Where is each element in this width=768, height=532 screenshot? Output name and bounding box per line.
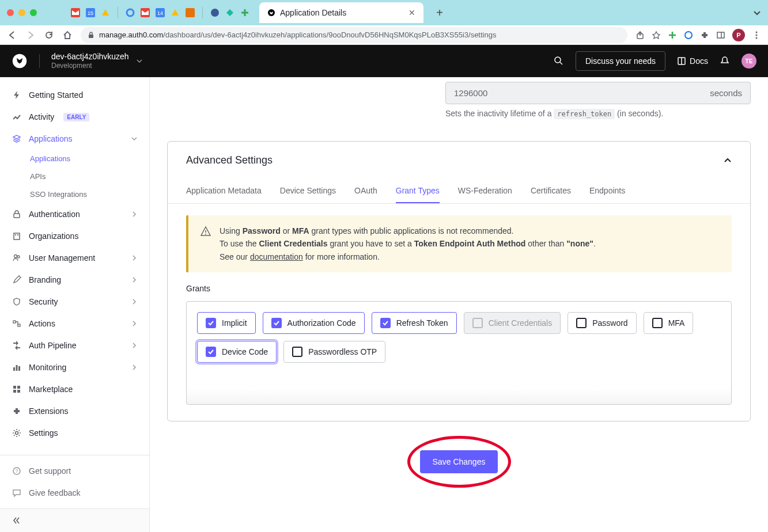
share-icon[interactable] (635, 31, 645, 40)
tabs-dropdown-icon[interactable] (753, 9, 761, 17)
save-changes-button[interactable]: Save Changes (420, 450, 498, 473)
svg-rect-39 (13, 390, 16, 393)
tab-oauth[interactable]: OAuth (354, 179, 377, 203)
chevron-down-icon (131, 135, 138, 142)
pinned-tab-drive[interactable] (100, 7, 111, 18)
sidebar-subitem-applications[interactable]: Applications (0, 150, 149, 168)
browser-tab-active[interactable]: Application Details ✕ (259, 2, 423, 23)
documentation-link[interactable]: documentation (250, 252, 303, 261)
tab-device-settings[interactable]: Device Settings (280, 179, 336, 203)
maximize-window[interactable] (30, 9, 37, 16)
pipeline-icon (12, 340, 22, 351)
grant-device-code[interactable]: Device Code (197, 341, 277, 363)
extensions-icon[interactable] (700, 31, 709, 40)
pinned-tab-app1[interactable] (185, 7, 195, 18)
sidebar-item-support[interactable]: ? Get support (0, 460, 149, 482)
pinned-tab-calendar[interactable]: 15 (85, 7, 96, 18)
gear-icon (12, 428, 22, 438)
sidebar-item-extensions[interactable]: Extensions (0, 400, 149, 422)
chevron-right-icon (131, 254, 138, 261)
svg-point-18 (756, 31, 758, 33)
minimize-window[interactable] (18, 9, 25, 16)
grant-refresh-token[interactable]: Refresh Token (372, 312, 457, 334)
sidebar-item-organizations[interactable]: Organizations (0, 225, 149, 247)
svg-rect-38 (17, 386, 20, 389)
sidebar-item-auth-pipeline[interactable]: Auth Pipeline (0, 335, 149, 356)
tenant-switcher[interactable]: dev-6actj4z0ihvkuzeh Development (51, 51, 143, 71)
grant-password[interactable]: Password (568, 312, 636, 334)
chevron-down-icon (136, 58, 143, 64)
advanced-settings-header[interactable]: Advanced Settings (168, 142, 750, 179)
grant-passwordless-otp[interactable]: Passwordless OTP (283, 341, 385, 363)
tab-application-metadata[interactable]: Application Metadata (186, 179, 262, 203)
tab-grant-types[interactable]: Grant Types (396, 179, 440, 203)
checkbox-icon (206, 318, 216, 328)
tab-title: Application Details (280, 8, 346, 17)
user-avatar[interactable]: TE (741, 54, 756, 69)
pinned-tab-calendar2[interactable]: 14 (155, 7, 165, 18)
sidebar-item-activity[interactable]: Activity EARLY (0, 106, 149, 128)
chevron-up-icon (724, 157, 732, 165)
notifications-icon[interactable] (720, 56, 730, 66)
lifetime-unit: seconds (710, 88, 742, 98)
svg-point-22 (555, 57, 561, 63)
grant-authorization-code[interactable]: Authorization Code (263, 312, 365, 334)
advanced-tabs: Application Metadata Device Settings OAu… (168, 179, 750, 204)
extension-icon-2[interactable] (684, 31, 693, 40)
extension-icon-1[interactable] (668, 31, 677, 40)
reload-button[interactable] (44, 30, 54, 40)
close-tab-icon[interactable]: ✕ (408, 8, 415, 17)
svg-text:15: 15 (88, 10, 93, 16)
svg-text:?: ? (15, 468, 18, 474)
tab-ws-federation[interactable]: WS-Federation (458, 179, 512, 203)
sidebar-subitem-apis[interactable]: APIs (0, 168, 149, 185)
bookmark-icon[interactable] (652, 31, 661, 40)
svg-point-10 (211, 9, 219, 17)
discuss-needs-button[interactable]: Discuss your needs (576, 51, 665, 71)
tab-endpoints[interactable]: Endpoints (589, 179, 625, 203)
pinned-tab-drive2[interactable] (170, 7, 180, 18)
lifetime-value: 1296000 (454, 88, 487, 98)
close-window[interactable] (7, 9, 14, 16)
sidebar-subitem-sso[interactable]: SSO Integrations (0, 185, 149, 203)
sidebar-item-user-management[interactable]: User Management (0, 247, 149, 269)
pinned-tab-app3[interactable] (225, 7, 235, 18)
pinned-tab-gmail[interactable] (70, 7, 81, 18)
new-tab-button[interactable]: + (436, 6, 443, 20)
sidebar-item-authentication[interactable]: Authentication (0, 203, 149, 225)
collapse-sidebar-button[interactable] (0, 508, 149, 532)
tab-certificates[interactable]: Certificates (531, 179, 571, 203)
pinned-tab-google[interactable] (125, 7, 135, 18)
pinned-tab-app4[interactable] (240, 7, 250, 18)
url-input[interactable]: manage.auth0.com/dashboard/us/dev-6actj4… (81, 27, 627, 43)
sidebar-item-security[interactable]: Security (0, 291, 149, 313)
auth0-logo[interactable] (12, 53, 28, 69)
svg-rect-9 (186, 8, 195, 17)
sidebar-item-branding[interactable]: Branding (0, 269, 149, 291)
building-icon (12, 231, 22, 241)
chevron-right-icon (131, 320, 138, 327)
search-icon[interactable] (554, 56, 564, 66)
grant-implicit[interactable]: Implicit (197, 312, 256, 334)
grant-mfa[interactable]: MFA (644, 312, 694, 334)
browser-profile-avatar[interactable]: P (732, 29, 745, 41)
sidebar-item-marketplace[interactable]: Marketplace (0, 378, 149, 400)
inactivity-lifetime-input[interactable]: 1296000 seconds (445, 82, 751, 104)
side-panel-icon[interactable] (716, 31, 725, 40)
sidebar-item-monitoring[interactable]: Monitoring (0, 356, 149, 378)
sidebar-item-settings[interactable]: Settings (0, 422, 149, 444)
sidebar-item-actions[interactable]: Actions (0, 313, 149, 335)
svg-point-19 (756, 34, 758, 36)
sidebar-item-getting-started[interactable]: Getting Started (0, 84, 149, 106)
home-button[interactable] (62, 30, 73, 40)
back-button[interactable] (7, 30, 17, 40)
pinned-tab-gmail2[interactable] (140, 7, 150, 18)
browser-menu-icon[interactable] (752, 31, 761, 40)
chevron-right-icon (131, 364, 138, 371)
docs-link[interactable]: Docs (677, 56, 708, 66)
pinned-tab-app2[interactable] (210, 7, 220, 18)
browser-tab-strip: 15 14 Application Details ✕ + (0, 0, 768, 25)
svg-rect-34 (13, 367, 15, 371)
sidebar-item-applications[interactable]: Applications (0, 128, 149, 150)
sidebar-item-feedback[interactable]: Give feedback (0, 482, 149, 504)
